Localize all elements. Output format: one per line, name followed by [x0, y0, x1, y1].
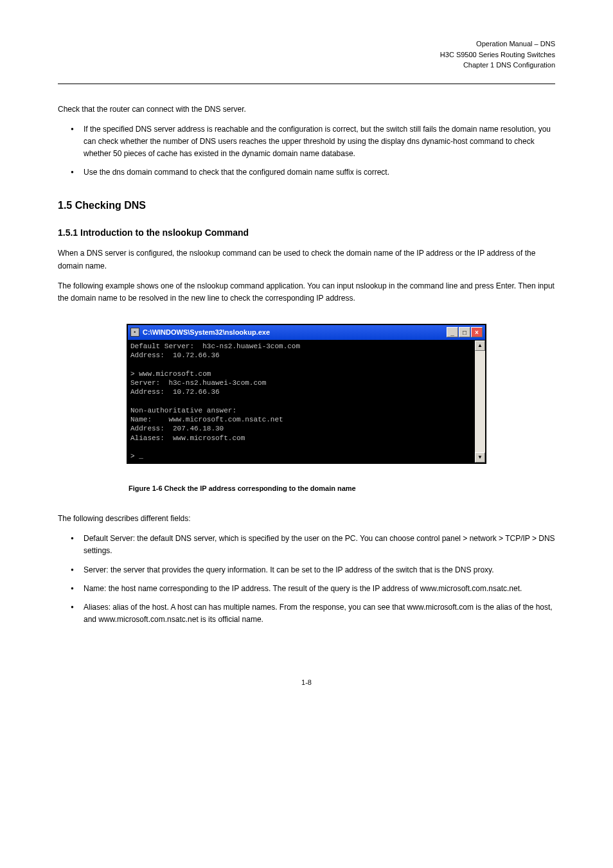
app-icon: ▪ [130, 328, 139, 337]
chapter-title: Chapter 1 DNS Configuration [58, 60, 555, 71]
manual-title: Operation Manual – DNS [58, 39, 555, 49]
section-heading: 1.5 Checking DNS [58, 198, 555, 213]
scrollbar[interactable]: ▲ ▼ [475, 341, 485, 463]
product-name: H3C S9500 Series Routing Switches [58, 49, 555, 60]
list-item: Default Server: the default DNS server, … [71, 533, 555, 557]
maximize-button[interactable]: □ [459, 327, 470, 337]
scroll-down-button[interactable]: ▼ [475, 452, 485, 463]
list-item: If the specified DNS server address is r… [71, 123, 555, 161]
fields-list: Default Server: the default DNS server, … [58, 533, 555, 626]
body-paragraph: When a DNS server is configured, the nsl… [58, 247, 555, 272]
list-item: Server: the server that provides the que… [71, 564, 555, 576]
body-paragraph: The following example shows one of the n… [58, 280, 555, 305]
window-controls: _ □ × [447, 327, 483, 337]
list-item: Use the dns domain command to check that… [71, 166, 555, 179]
fields-intro: The following describes different fields… [58, 513, 555, 525]
terminal-output: Default Server: h3c-ns2.huawei-3com.com … [128, 341, 475, 463]
scroll-track[interactable] [475, 351, 485, 452]
window-body: Default Server: h3c-ns2.huawei-3com.com … [128, 341, 485, 463]
window-titlebar: ▪ C:\WINDOWS\System32\nslookup.exe _ □ × [128, 325, 485, 341]
list-item: Aliases: alias of the host. A host can h… [71, 601, 555, 626]
close-button[interactable]: × [471, 327, 483, 337]
troubleshoot-list: If the specified DNS server address is r… [58, 123, 555, 179]
minimize-button[interactable]: _ [447, 327, 458, 337]
figure-caption: Figure 1-6 Check the IP address correspo… [58, 483, 555, 494]
scroll-up-button[interactable]: ▲ [475, 341, 485, 351]
list-item: Name: the host name corresponding to the… [71, 583, 555, 595]
page-header: Operation Manual – DNS H3C S9500 Series … [58, 39, 555, 84]
window-title: C:\WINDOWS\System32\nslookup.exe [143, 327, 447, 338]
page-number: 1-8 [58, 677, 555, 688]
command-prompt-window: ▪ C:\WINDOWS\System32\nslookup.exe _ □ ×… [127, 324, 486, 463]
intro-paragraph: Check that the router can connect with t… [58, 103, 555, 116]
subsection-heading: 1.5.1 Introduction to the nslookup Comma… [58, 226, 555, 240]
